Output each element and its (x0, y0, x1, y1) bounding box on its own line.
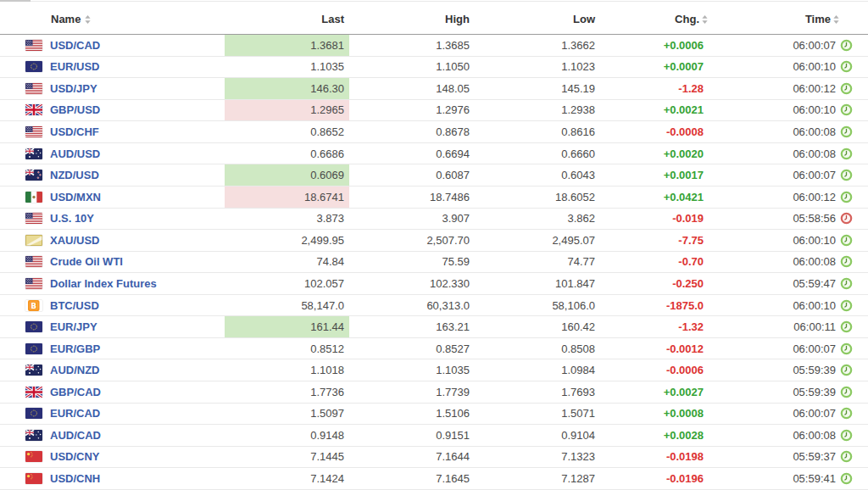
instrument-link[interactable]: XAU/USD (50, 234, 100, 247)
low-value: 1.0984 (475, 359, 600, 381)
column-header-name[interactable]: Name (0, 4, 225, 34)
instrument-cell: EUR/CAD (0, 404, 225, 425)
green-clock-icon (840, 364, 853, 376)
quote-row: U.S. 10Y3.8733.9073.862-0.01905:58:56 (0, 209, 868, 231)
column-header-label: Chg. (675, 13, 699, 25)
time-cell: 06:00:12 (709, 187, 868, 208)
quote-row: GBP/USD1.29651.29761.2938+0.002106:00:10 (0, 100, 868, 122)
low-value: 7.1323 (475, 447, 600, 468)
high-value: 1.2976 (349, 100, 475, 121)
instrument-link[interactable]: GBP/USD (50, 103, 100, 116)
instrument-link[interactable]: GBP/CAD (50, 386, 101, 398)
mexico-flag-icon (25, 192, 42, 203)
gold-bar-icon (25, 235, 42, 246)
time-cell: 06:00:07 (709, 35, 868, 56)
instrument-link[interactable]: AUD/CAD (50, 429, 101, 442)
green-clock-icon (840, 169, 853, 181)
time-cell: 05:59:39 (709, 359, 868, 381)
eu-flag-icon (25, 343, 42, 354)
last-value: 0.9148 (225, 425, 349, 446)
quote-row: USD/CNH7.14247.16457.1287-0.019605:59:41 (0, 468, 868, 490)
high-value: 3.907 (349, 209, 475, 230)
green-clock-icon (840, 234, 853, 247)
time-value: 06:00:08 (793, 125, 836, 138)
high-value: 163.21 (349, 316, 475, 337)
high-value: 102.330 (349, 273, 475, 294)
instrument-link[interactable]: EUR/CAD (50, 407, 100, 420)
last-value: 7.1445 (225, 447, 349, 468)
quote-row: BBTC/USD58,147.060,313.058,106.0-1875.00… (0, 295, 868, 317)
instrument-link[interactable]: BTC/USD (50, 299, 99, 312)
change-value: -0.0012 (600, 338, 709, 359)
time-cell: 06:00:08 (709, 143, 868, 164)
quote-row: NZD/USD0.60690.60870.6043+0.001706:00:07 (0, 164, 868, 187)
instrument-link[interactable]: AUD/USD (50, 148, 100, 160)
time-value: 06:00:12 (793, 82, 836, 95)
time-value: 06:00:10 (793, 103, 836, 116)
green-clock-icon (840, 472, 853, 485)
australia-flag-icon (25, 365, 42, 376)
instrument-link[interactable]: EUR/JPY (50, 320, 97, 333)
quote-row: GBP/CAD1.77361.77391.7693+0.002705:59:39 (0, 381, 868, 404)
instrument-cell: NZD/USD (0, 164, 225, 186)
last-value: 74.84 (225, 252, 349, 273)
instrument-link[interactable]: EUR/GBP (50, 342, 100, 355)
time-cell: 06:00:08 (709, 425, 868, 446)
last-value: 1.1018 (225, 359, 349, 381)
instrument-cell: USD/CHF (0, 121, 225, 142)
instrument-link[interactable]: USD/MXN (50, 191, 101, 203)
quote-row: EUR/JPY161.44163.21160.42-1.3206:00:11 (0, 316, 868, 338)
instrument-cell: USD/CNY (0, 447, 225, 468)
instrument-link[interactable]: USD/CNH (50, 472, 100, 485)
last-value: 102.057 (225, 273, 349, 294)
time-value: 05:59:37 (793, 450, 836, 463)
low-value: 0.9104 (475, 425, 600, 446)
time-value: 06:00:10 (793, 234, 836, 247)
instrument-cell: GBP/CAD (0, 381, 225, 403)
column-header-time[interactable]: Time (709, 4, 868, 34)
uk-flag-icon (25, 104, 42, 115)
forex-quotes-table: NameLastHighLowChg.Time USD/CAD1.36811.3… (0, 0, 868, 490)
last-value: 1.7736 (225, 381, 349, 403)
quote-row: USD/JPY146.30148.05145.19-1.2806:00:12 (0, 78, 868, 100)
column-header-label: Time (805, 13, 831, 25)
quote-row: AUD/CAD0.91480.91510.9104+0.002806:00:08 (0, 425, 868, 447)
instrument-link[interactable]: USD/CAD (50, 39, 100, 52)
time-cell: 06:00:07 (709, 164, 868, 186)
top-border-line (0, 1, 868, 2)
instrument-link[interactable]: USD/CNY (50, 450, 100, 463)
column-header-low: Low (475, 4, 600, 34)
china-flag-icon (25, 473, 42, 484)
time-cell: 06:00:10 (709, 57, 868, 78)
time-value: 06:00:07 (793, 169, 836, 181)
time-value: 06:00:08 (793, 429, 836, 442)
change-value: +0.0008 (600, 404, 709, 425)
quote-row: AUD/USD0.66860.66940.6660+0.002006:00:08 (0, 143, 868, 165)
high-value: 18.7486 (349, 187, 475, 208)
low-value: 1.7693 (475, 381, 600, 403)
time-value: 06:00:10 (793, 60, 836, 73)
last-value: 146.30 (225, 78, 349, 99)
change-value: -0.0196 (600, 468, 709, 489)
instrument-link[interactable]: Dollar Index Futures (50, 277, 157, 290)
instrument-link[interactable]: NZD/USD (50, 169, 99, 181)
low-value: 0.8616 (475, 121, 600, 142)
high-value: 0.8678 (349, 121, 475, 142)
instrument-link[interactable]: USD/CHF (50, 125, 99, 138)
change-value: -0.250 (600, 273, 709, 294)
high-value: 1.7739 (349, 381, 475, 403)
sort-arrows-icon (702, 15, 708, 24)
instrument-link[interactable]: AUD/NZD (50, 364, 100, 376)
change-value: -0.019 (600, 209, 709, 230)
quote-row: USD/CNY7.14457.16447.1323-0.019805:59:37 (0, 447, 868, 469)
instrument-link[interactable]: Crude Oil WTI (50, 255, 123, 268)
instrument-link[interactable]: USD/JPY (50, 82, 97, 95)
us-flag-icon (25, 40, 42, 51)
instrument-link[interactable]: U.S. 10Y (50, 212, 94, 225)
time-cell: 06:00:07 (709, 404, 868, 425)
column-header-chg[interactable]: Chg. (600, 4, 709, 34)
instrument-link[interactable]: EUR/USD (50, 60, 100, 73)
green-clock-icon (840, 148, 853, 160)
high-value: 7.1645 (349, 468, 475, 489)
table-header-row: NameLastHighLowChg.Time (0, 0, 868, 35)
